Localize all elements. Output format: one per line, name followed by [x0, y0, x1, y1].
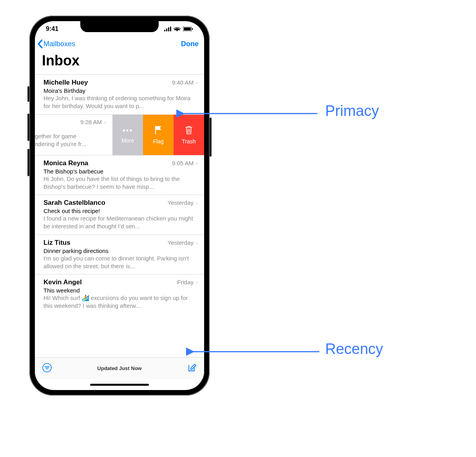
volume-down-button	[27, 149, 29, 176]
message-preview: I'm so glad you can come to dinner tonig…	[43, 255, 198, 271]
filter-button[interactable]	[42, 363, 52, 374]
message-time: 9:05 AM	[172, 160, 194, 166]
volume-up-button	[27, 114, 29, 141]
message-sender: Monica Reyna	[43, 159, 88, 167]
filter-icon	[42, 363, 52, 373]
page-title: Inbox	[35, 50, 204, 74]
flag-action-button[interactable]: Flag	[143, 115, 174, 155]
message-sender: Sarah Castelblanco	[43, 199, 105, 207]
chevron-right-icon: ›	[196, 199, 198, 206]
more-action-button[interactable]: ••• More	[112, 115, 143, 155]
message-time: Friday	[177, 279, 194, 285]
message-subject: The Bishop's barbecue	[43, 168, 198, 175]
recency-label: Recency	[325, 341, 383, 358]
flag-icon	[154, 125, 163, 136]
chevron-right-icon: ›	[196, 79, 198, 86]
svg-rect-6	[192, 28, 193, 30]
message-subject: Dinner parking directions	[43, 247, 198, 254]
compose-button[interactable]	[187, 363, 197, 374]
done-button[interactable]: Done	[181, 40, 199, 48]
primacy-arrow	[176, 106, 321, 121]
message-preview: Hey John, I was thinking of ordering som…	[43, 94, 198, 110]
toolbar: Updated Just Now	[35, 357, 204, 379]
chevron-right-icon: ›	[104, 119, 106, 125]
compose-icon	[187, 363, 197, 373]
svg-rect-2	[168, 27, 169, 31]
trash-label: Trash	[182, 138, 195, 145]
home-indicator[interactable]	[35, 379, 204, 390]
more-label: More	[121, 137, 134, 144]
power-button	[210, 117, 212, 157]
message-sender: Liz Titus	[43, 239, 71, 247]
chevron-right-icon: ›	[196, 279, 198, 285]
recency-arrow	[186, 344, 323, 359]
chevron-right-icon: ›	[196, 160, 198, 166]
flag-label: Flag	[153, 138, 163, 145]
message-time: 9:40 AM	[172, 79, 194, 86]
chevron-left-icon	[36, 39, 43, 49]
message-preview: gether for game ndering if you're fr...	[35, 132, 109, 148]
message-row[interactable]: Sarah Castelblanco Yesterday › Check out…	[35, 195, 204, 235]
trash-icon	[185, 125, 193, 136]
message-subject: This weekend	[43, 287, 198, 294]
chevron-right-icon: ›	[196, 239, 198, 246]
status-time: 9:41	[46, 25, 58, 33]
back-label: Mailboxes	[43, 40, 75, 48]
message-time: Yesterday	[168, 239, 194, 246]
message-row[interactable]: Monica Reyna 9:05 AM › The Bishop's barb…	[35, 155, 204, 195]
message-preview: I found a new recipe for Mediterranean c…	[43, 215, 198, 231]
nav-bar: Mailboxes Done	[35, 37, 204, 50]
wifi-icon	[174, 27, 181, 31]
phone-frame: 9:41 Mailboxes Done Inbox	[29, 16, 210, 396]
cellular-signal-icon	[164, 27, 171, 31]
ellipsis-icon: •••	[122, 126, 133, 135]
svg-rect-0	[164, 30, 165, 31]
toolbar-status: Updated Just Now	[35, 365, 204, 371]
message-time: Yesterday	[168, 199, 194, 206]
message-preview: Hi! Which surf 🏄 excursions do you want …	[43, 294, 198, 310]
svg-rect-1	[166, 29, 167, 31]
message-subject: Check out this recipe!	[43, 208, 198, 214]
message-row[interactable]: Liz Titus Yesterday › Dinner parking dir…	[35, 235, 204, 275]
mute-switch	[27, 86, 29, 102]
primacy-label: Primacy	[325, 103, 379, 119]
message-subject: Moira's Birthday	[43, 87, 198, 94]
svg-rect-5	[184, 27, 191, 31]
back-button[interactable]: Mailboxes	[36, 39, 75, 49]
message-row[interactable]: Kevin Angel Friday › This weekend Hi! Wh…	[35, 274, 204, 314]
message-sender: Kevin Angel	[43, 278, 82, 286]
message-preview: Hi John, Do you have the list of things …	[43, 175, 198, 191]
message-time: 9:28 AM	[80, 119, 102, 125]
message-sender: Michelle Huey	[43, 79, 88, 87]
battery-icon	[183, 27, 193, 31]
notch	[80, 21, 159, 32]
svg-rect-3	[170, 27, 171, 31]
